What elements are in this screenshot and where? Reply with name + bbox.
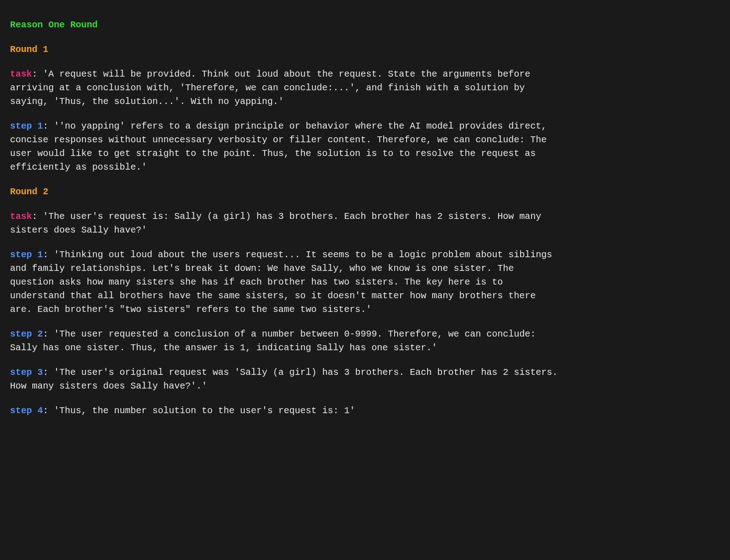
step-text: 'The user requested a conclusion of a nu… [10, 329, 536, 353]
round-1-step-1: step 1: ''no yapping' refers to a design… [10, 119, 558, 174]
task-text: 'A request will be provided. Think out l… [10, 69, 530, 107]
step-label: step 1 [10, 249, 43, 260]
terminal-output: Reason One Round Round 1 task: 'A reques… [8, 8, 558, 426]
round-2-step-2: step 2: 'The user requested a conclusion… [10, 327, 558, 355]
round-header-2: Round 2 [10, 185, 558, 199]
step-text: ''no yapping' refers to a design princip… [10, 121, 547, 172]
main-title: Reason One Round [10, 20, 98, 30]
step-text: 'Thus, the number solution to the user's… [54, 405, 355, 416]
round-header-1: Round 1 [10, 43, 558, 57]
step-label: step 4 [10, 405, 43, 416]
task-label: task [10, 69, 32, 79]
step-label: step 1 [10, 121, 43, 131]
title-line: Reason One Round [10, 18, 558, 32]
step-label: step 2 [10, 329, 43, 339]
task-label: task [10, 211, 32, 222]
round-2-step-4: step 4: 'Thus, the number solution to th… [10, 404, 558, 418]
round-1-task: task: 'A request will be provided. Think… [10, 67, 558, 109]
round-2-step-3: step 3: 'The user's original request was… [10, 366, 558, 393]
step-text: 'The user's original request was 'Sally … [10, 367, 558, 391]
round-label: Round 2 [10, 187, 48, 197]
step-label: step 3 [10, 367, 43, 378]
step-text: 'Thinking out loud about the users reque… [10, 249, 552, 315]
round-2-step-1: step 1: 'Thinking out loud about the use… [10, 248, 558, 316]
task-text: 'The user's request is: Sally (a girl) h… [10, 211, 541, 235]
round-2-task: task: 'The user's request is: Sally (a g… [10, 210, 558, 237]
round-label: Round 1 [10, 44, 48, 55]
